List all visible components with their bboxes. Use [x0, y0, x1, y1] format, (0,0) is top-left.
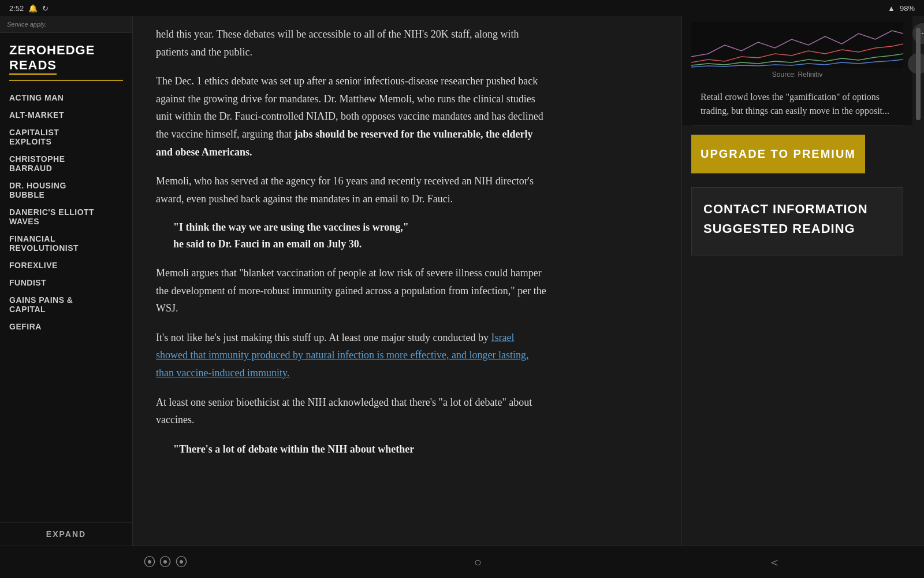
upgrade-button[interactable]: UPGRADE TO PREMIUM: [691, 135, 865, 173]
home-icon: ○: [474, 555, 482, 570]
sidebar-item-financial[interactable]: FINANCIALREVOLUTIONIST: [0, 230, 132, 257]
article-partial-quote: "There's a lot of debate within the NIH …: [173, 440, 531, 458]
sidebar-ad: Service apply.: [0, 16, 132, 33]
blockquote-normal: he said to Dr. Fauci in an email on July…: [173, 238, 362, 250]
blockquote-bold: "I think the way we are using the vaccin…: [173, 221, 409, 233]
contact-section: CONTACT INFORMATION SUGGESTED READING: [691, 187, 903, 255]
contact-heading: CONTACT INFORMATION: [703, 202, 891, 217]
sidebar-item-dr-housing[interactable]: DR. HOUSINGBUBBLE: [0, 177, 132, 203]
article-para6: At least one senior bioethicist at the N…: [156, 394, 549, 429]
right-scroll-area: Source: Refinitiv Retail crowd loves the…: [682, 16, 924, 546]
sidebar-item-gains[interactable]: GAINS PAINS &CAPITAL: [0, 291, 132, 318]
sidebar-item-acting-man[interactable]: ACTING MAN: [0, 89, 132, 106]
right-panel: Source: Refinitiv Retail crowd loves the…: [681, 16, 924, 546]
sidebar-item-gefira[interactable]: GEFIRA: [0, 318, 132, 335]
article-text: held this year. These debates will be ac…: [156, 25, 549, 458]
time-display: 2:52: [9, 4, 24, 13]
chart-source: Source: Refinitiv: [691, 68, 903, 83]
sidebar-brand: ZEROHEDGE READS: [0, 33, 132, 79]
chart-container: Source: Refinitiv Retail crowd loves the…: [682, 16, 912, 125]
scrollbar-thumb[interactable]: [916, 28, 921, 120]
article-para3: Memoli, who has served at the agency for…: [156, 172, 549, 208]
right-content: Source: Refinitiv Retail crowd loves the…: [682, 16, 912, 546]
brand-line2: READS: [9, 58, 57, 75]
wifi-icon: ▲: [888, 4, 895, 13]
status-bar-left: 2:52 🔔 ↻: [9, 4, 49, 13]
chart-description: Retail crowd loves the "gamification" of…: [691, 83, 903, 125]
sidebar-item-daneric[interactable]: DANERIC'S ELLIOTTWAVES: [0, 203, 132, 230]
expand-button[interactable]: EXPAND: [0, 522, 132, 546]
article-para2: The Dec. 1 ethics debate was set up afte…: [156, 72, 549, 161]
menu-nav-button[interactable]: ⦿ ⦿ ⦿: [126, 550, 205, 575]
sidebar-divider: [9, 80, 123, 81]
status-bar-right: ▲ 98%: [888, 4, 915, 13]
menu-icon: ⦿ ⦿ ⦿: [143, 555, 188, 570]
chart-svg: [691, 22, 903, 68]
article-content: held this year. These debates will be ac…: [133, 16, 681, 546]
chart-area: [691, 22, 903, 68]
brand-line1: ZEROHEDGE: [9, 43, 123, 57]
article-blockquote: "I think the way we are using the vaccin…: [173, 219, 531, 253]
right-scrollbar[interactable]: ··· ♪: [912, 16, 924, 546]
sidebar-item-fundist[interactable]: FUNDIST: [0, 274, 132, 291]
back-nav-button[interactable]: ＜: [751, 549, 798, 576]
battery-display: 98%: [900, 4, 915, 13]
article-para5: It's not like he's just making this stuf…: [156, 329, 549, 382]
sync-icon: ↻: [42, 4, 49, 13]
sidebar-nav: ACTING MAN ALT-MARKET CAPITALISTEXPLOITS…: [0, 87, 132, 522]
sidebar-item-christophe[interactable]: CHRISTOPHEBARRAUD: [0, 150, 132, 177]
sidebar-item-alt-market[interactable]: ALT-MARKET: [0, 106, 132, 124]
bottom-nav: ⦿ ⦿ ⦿ ○ ＜: [0, 546, 924, 578]
article-para1: held this year. These debates will be ac…: [156, 25, 549, 61]
suggested-heading: SUGGESTED READING: [703, 221, 891, 236]
home-nav-button[interactable]: ○: [457, 550, 499, 575]
main-layout: Service apply. ZEROHEDGE READS ACTING MA…: [0, 16, 924, 546]
sidebar: Service apply. ZEROHEDGE READS ACTING MA…: [0, 16, 133, 546]
sidebar-item-capitalist[interactable]: CAPITALISTEXPLOITS: [0, 124, 132, 150]
status-bar: 2:52 🔔 ↻ ▲ 98%: [0, 0, 924, 16]
article-para4: Memoli argues that "blanket vaccination …: [156, 264, 549, 317]
back-icon: ＜: [768, 554, 781, 571]
sidebar-item-forexlive[interactable]: FOREXLIVE: [0, 257, 132, 274]
alarm-icon: 🔔: [28, 4, 38, 13]
